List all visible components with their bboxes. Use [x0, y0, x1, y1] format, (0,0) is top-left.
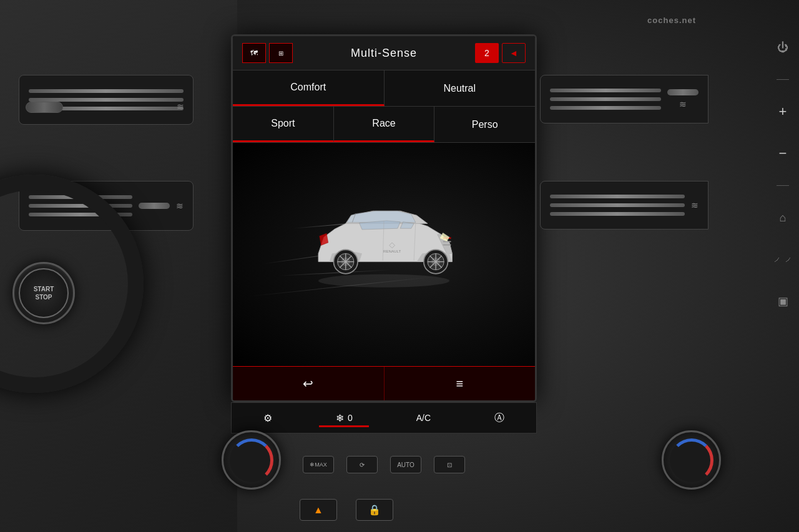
vent-slat — [550, 89, 661, 92]
vent-slat — [550, 97, 661, 101]
mode-perso-button[interactable]: Perso — [434, 107, 535, 142]
vent-slat — [550, 106, 661, 110]
mode-neutral-button[interactable]: Neutral — [385, 70, 536, 106]
rear-icon: ⊡ — [447, 462, 452, 468]
knob-ring-left — [230, 438, 273, 482]
temp-knob-right[interactable] — [662, 430, 721, 490]
volume-up-button[interactable]: + — [773, 102, 793, 122]
header-right-icons: 2 ◄ — [475, 43, 526, 63]
auto-climate-button[interactable]: Ⓐ — [494, 412, 504, 425]
knob-ring-right — [670, 438, 713, 482]
lock-button[interactable]: 🔒 — [356, 499, 393, 521]
screen-bottom-nav: ↩ ≡ — [233, 366, 535, 400]
auto-button[interactable]: AUTO — [390, 456, 421, 473]
right-vent-icon-2: ≋ — [691, 200, 699, 210]
fan-speed-control[interactable]: ❄ 0 — [336, 412, 353, 424]
nav-button[interactable]: ⟋ ⟋ — [773, 249, 793, 269]
vent-slat — [550, 195, 685, 198]
power-icon: ⏻ — [777, 41, 788, 54]
vent-slat — [550, 203, 685, 207]
back-arrow-icon[interactable]: ◄ — [502, 43, 526, 63]
rear-defrost-button[interactable]: ⊡ — [434, 456, 465, 473]
preset-number-icon[interactable]: 2 — [475, 43, 499, 63]
phone-button[interactable]: ▣ — [773, 291, 793, 311]
screen-content: Comfort Neutral Sport Race Perso — [233, 70, 535, 400]
header-left-icons: 🗺 ⊞ — [242, 43, 293, 63]
map-icon[interactable]: 🗺 — [242, 43, 266, 63]
hazard-icon: ▲ — [313, 505, 323, 516]
panel-divider-2 — [777, 185, 789, 186]
right-vent-icon: ≋ — [679, 99, 687, 109]
left-vent-top: ≋ — [19, 75, 194, 125]
fan-speed-value: 0 — [348, 413, 353, 423]
mode-comfort-button[interactable]: Comfort — [233, 70, 385, 106]
air-distribution-button[interactable]: ⟳ — [346, 456, 378, 473]
bottom-button-row: ▲ 🔒 — [300, 499, 393, 521]
vent-icon-squiggle: ≋ — [176, 201, 184, 211]
mode-row-2: Sport Race Perso — [233, 107, 535, 143]
menu-grid-icon[interactable]: ⊞ — [269, 43, 293, 63]
ac-button[interactable]: A/C — [416, 413, 431, 423]
svg-point-0 — [318, 274, 449, 288]
vent-control-horizontal[interactable] — [26, 102, 63, 113]
mode-race-button[interactable]: Race — [334, 107, 435, 142]
svg-text:RENAULT: RENAULT — [383, 249, 401, 253]
fan-icon: ❄ — [336, 412, 344, 424]
vent-adjuster[interactable] — [139, 203, 170, 209]
plus-icon: + — [779, 104, 787, 120]
auto-icon: Ⓐ — [494, 412, 504, 425]
car-display-area: RENAULT — [233, 143, 535, 366]
volume-down-button[interactable]: − — [773, 143, 793, 163]
vent-control-vertical[interactable]: ≋ — [174, 100, 187, 113]
car-image-container: RENAULT — [233, 143, 535, 342]
car-svg: RENAULT — [297, 193, 471, 293]
temp-knob-left[interactable] — [222, 430, 281, 490]
max-defrost-button[interactable]: ❄MAX — [303, 456, 334, 473]
menu-nav-button[interactable]: ≡ — [385, 367, 536, 400]
vent-slat — [550, 212, 685, 216]
watermark: coches.net — [647, 16, 696, 25]
infotainment-screen: 🗺 ⊞ Multi-Sense 2 ◄ Comfort Neutral Sp — [231, 34, 537, 402]
power-button[interactable]: ⏻ — [773, 37, 793, 57]
air-dist-icon: ⟳ — [360, 462, 365, 468]
max-icon: ❄MAX — [310, 462, 327, 468]
back-nav-button[interactable]: ↩ — [233, 367, 385, 400]
road-icon: ⟋ ⟋ — [773, 254, 793, 264]
ac-label: A/C — [416, 413, 431, 423]
recirculation-button[interactable]: ⚙ — [263, 412, 272, 424]
climate-control-row: ⚙ ❄ 0 A/C Ⓐ — [231, 402, 537, 433]
mode-row-1: Comfort Neutral — [233, 70, 535, 107]
screen-header: 🗺 ⊞ Multi-Sense 2 ◄ — [233, 36, 535, 70]
right-vent-top: ≋ — [540, 75, 708, 123]
fan-speed-indicator — [319, 425, 369, 427]
screen-title: Multi-Sense — [351, 47, 417, 60]
phone-icon: ▣ — [778, 294, 788, 308]
home-button[interactable]: ⌂ — [773, 208, 793, 228]
right-panel: ⏻ + − ⌂ ⟋ ⟋ ▣ — [773, 37, 793, 311]
lock-icon: 🔒 — [368, 504, 381, 516]
svg-rect-3 — [443, 244, 451, 246]
home-icon: ⌂ — [780, 211, 787, 225]
auto-text: AUTO — [397, 462, 414, 468]
panel-divider — [777, 79, 789, 80]
recirculation-icon: ⚙ — [263, 412, 272, 424]
minus-icon: − — [779, 145, 787, 162]
right-vent-bottom: ≋ — [540, 181, 708, 230]
hazard-button[interactable]: ▲ — [300, 499, 337, 521]
mode-sport-button[interactable]: Sport — [233, 107, 334, 142]
vent-slat — [29, 89, 184, 93]
vent-adjuster-right[interactable] — [667, 89, 699, 95]
left-dashboard-area: ≋ ≋ START STOP — [0, 0, 237, 532]
